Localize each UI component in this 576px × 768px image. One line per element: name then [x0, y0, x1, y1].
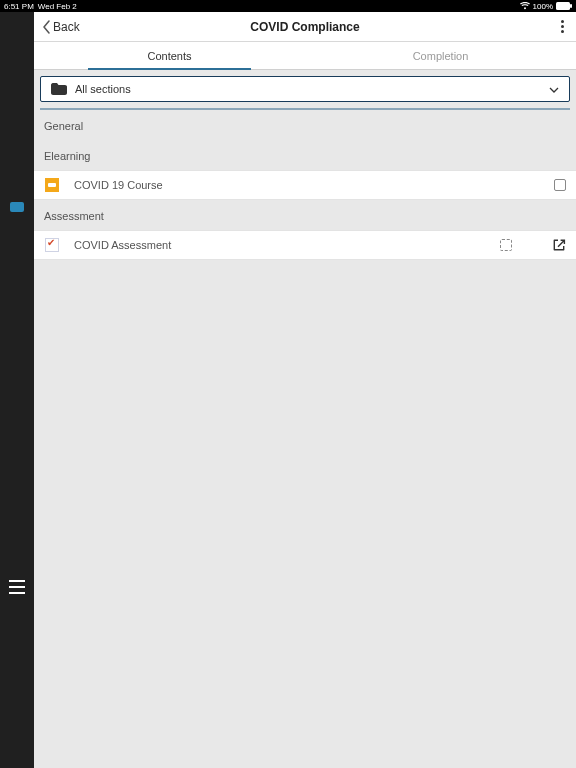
item-label: COVID 19 Course: [74, 179, 163, 191]
tab-completion-label: Completion: [413, 50, 469, 62]
section-filter-label: All sections: [75, 83, 131, 95]
rail-active-indicator: [10, 202, 24, 212]
assessment-icon: [44, 237, 60, 253]
status-date: Wed Feb 2: [38, 2, 77, 11]
battery-icon: [556, 2, 572, 10]
section-heading-elearning: Elearning: [34, 140, 576, 170]
svg-rect-2: [9, 580, 25, 582]
list-item[interactable]: COVID 19 Course: [34, 170, 576, 200]
status-battery-pct: 100%: [533, 2, 553, 11]
svg-rect-1: [570, 4, 572, 8]
main-area: Back COVID Compliance Contents Completio…: [34, 12, 576, 768]
nav-rail: [0, 12, 34, 768]
list-item[interactable]: COVID Assessment: [34, 230, 576, 260]
completion-indicator: [500, 239, 512, 251]
wifi-icon: [520, 2, 530, 10]
svg-rect-4: [9, 592, 25, 594]
caret-down-icon: [549, 83, 559, 95]
section-heading-assessment: Assessment: [34, 200, 576, 230]
status-bar: 6:51 PM Wed Feb 2 100%: [0, 0, 576, 12]
tab-contents[interactable]: Contents: [34, 42, 305, 69]
svg-rect-0: [556, 2, 570, 10]
item-label: COVID Assessment: [74, 239, 171, 251]
course-icon: [44, 177, 60, 193]
back-label: Back: [53, 20, 80, 34]
top-bar: Back COVID Compliance: [34, 12, 576, 42]
menu-button[interactable]: [9, 580, 25, 598]
status-time: 6:51 PM: [4, 2, 34, 11]
open-external-icon[interactable]: [552, 238, 566, 252]
section-heading-general: General: [34, 110, 576, 140]
tab-bar: Contents Completion: [34, 42, 576, 70]
completion-checkbox[interactable]: [554, 179, 566, 191]
page-title: COVID Compliance: [34, 20, 576, 34]
tab-contents-label: Contents: [147, 50, 191, 62]
more-button[interactable]: [557, 16, 568, 37]
svg-rect-3: [9, 586, 25, 588]
tab-completion[interactable]: Completion: [305, 42, 576, 69]
back-button[interactable]: Back: [42, 20, 80, 34]
folder-icon: [51, 83, 67, 95]
chevron-left-icon: [42, 20, 52, 34]
section-filter[interactable]: All sections: [40, 76, 570, 102]
